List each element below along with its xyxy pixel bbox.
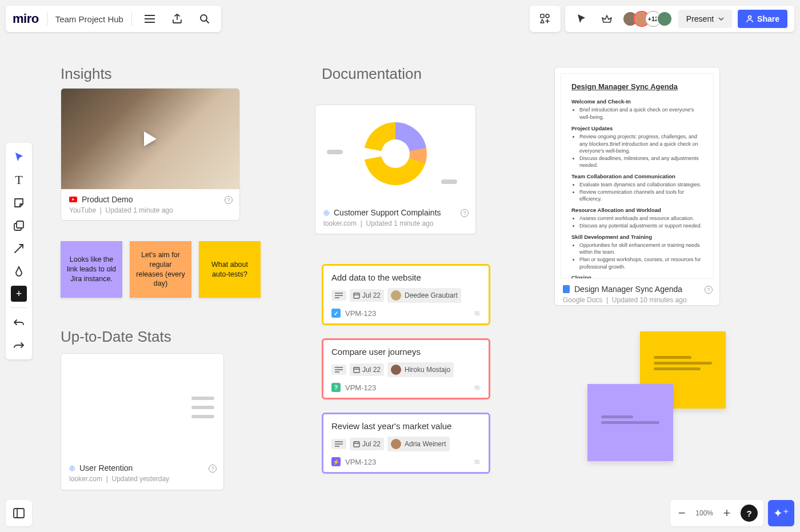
task-card[interactable]: Review last year's market value Jul 22 A… [322, 413, 490, 474]
bar-chart [70, 362, 183, 447]
sticky-note[interactable]: What about auto-tests? [199, 241, 261, 298]
status-icon: ⚡ [331, 457, 341, 466]
donut-chart [364, 122, 427, 185]
zoom-level[interactable]: 100% [695, 509, 713, 517]
status-icon: ✓ [331, 309, 341, 318]
stats-chart-card[interactable]: ◎User Retention looker.com | Updated yes… [61, 353, 224, 490]
frames-panel-button[interactable] [6, 500, 32, 526]
sticky-note[interactable]: Let's aim for regular releases (every da… [130, 241, 191, 298]
assignee-chip[interactable]: Hiroku Mostajo [387, 362, 454, 377]
sticky-note[interactable] [587, 384, 673, 461]
document-card[interactable]: Design Manager Sync Agenda Welcome and C… [554, 67, 720, 306]
task-card[interactable]: Add data to the website Jul 22 Deedee Gr… [322, 264, 490, 325]
zoom-in-button[interactable]: + [721, 506, 733, 521]
date-chip[interactable]: Jul 22 [350, 363, 384, 376]
status-icon: ? [331, 383, 341, 392]
youtube-icon [69, 197, 77, 202]
section-insights-title: Insights [61, 65, 112, 83]
svg-rect-8 [354, 442, 359, 447]
video-thumbnail[interactable] [61, 89, 239, 189]
help-button[interactable]: ? [741, 505, 758, 522]
svg-rect-6 [354, 293, 359, 298]
zoom-out-button[interactable]: − [676, 506, 687, 521]
info-icon[interactable]: ? [225, 196, 233, 204]
google-docs-icon [563, 285, 570, 293]
description-icon[interactable] [331, 290, 346, 301]
play-icon[interactable] [144, 131, 157, 146]
jira-icon: ≋ [474, 309, 481, 318]
section-stats-title: Up-to-Date Stats [61, 328, 171, 346]
chart-label [441, 179, 457, 184]
info-icon[interactable]: ? [705, 286, 713, 294]
video-embed-card[interactable]: Product Demo YouTube | Updated 1 minute … [61, 88, 240, 221]
looker-icon: ◎ [323, 209, 329, 217]
svg-rect-9 [14, 509, 24, 518]
section-docs-title: Documentation [322, 65, 422, 83]
description-icon[interactable] [331, 365, 346, 375]
chart-legend [191, 362, 214, 453]
date-chip[interactable]: Jul 22 [350, 438, 384, 450]
date-chip[interactable]: Jul 22 [350, 289, 384, 302]
document-preview: Design Manager Sync Agenda Welcome and C… [561, 73, 714, 279]
svg-rect-7 [354, 367, 359, 373]
description-icon[interactable] [331, 439, 346, 449]
info-icon[interactable]: ? [209, 465, 217, 473]
ai-assist-button[interactable]: ✦⁺ [768, 500, 794, 526]
info-icon[interactable]: ? [461, 209, 469, 217]
task-card[interactable]: Compare user journeys Jul 22 Hiroku Most… [322, 338, 490, 399]
jira-icon: ≋ [474, 457, 481, 466]
chart-label [327, 150, 343, 154]
assignee-chip[interactable]: Deedee Graubart [387, 288, 461, 303]
donut-chart-card[interactable]: ◎Customer Support Complaints looker.com … [315, 105, 476, 234]
assignee-chip[interactable]: Adria Weinert [387, 437, 449, 451]
sticky-note[interactable]: Looks like the link leads to old Jira in… [61, 241, 122, 298]
looker-icon: ◎ [69, 464, 75, 472]
jira-icon: ≋ [474, 383, 481, 392]
